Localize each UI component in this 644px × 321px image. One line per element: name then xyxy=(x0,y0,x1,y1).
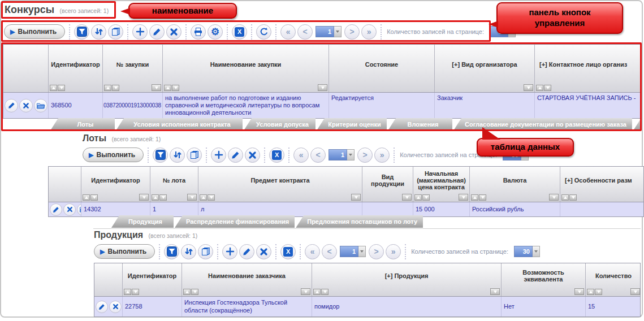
first-page-button[interactable]: « xyxy=(305,244,320,259)
excel-export-button[interactable]: X xyxy=(269,148,284,163)
col-id[interactable]: Идентификатор xyxy=(81,167,150,202)
edit-row-button[interactable] xyxy=(50,203,62,216)
sort-controls[interactable] xyxy=(471,194,486,201)
sort-controls[interactable] xyxy=(313,289,329,295)
column-menu-button[interactable] xyxy=(301,288,310,295)
excel-export-button[interactable]: X xyxy=(232,24,247,40)
col-state[interactable]: Состояние xyxy=(329,45,435,92)
tab-kriterii-ocenki[interactable]: Критерии оценки xyxy=(317,118,387,131)
open-row-button[interactable] xyxy=(34,99,47,112)
page-number-dropdown[interactable] xyxy=(347,149,355,160)
col-id[interactable]: Идентификатор xyxy=(49,45,103,92)
column-menu-button[interactable] xyxy=(630,288,640,295)
page-number-value[interactable]: 1 xyxy=(315,26,334,37)
prev-page-button[interactable]: < xyxy=(297,24,313,40)
col-max-price[interactable]: Начальная (максимальная) цена контракта xyxy=(413,167,470,202)
sort-controls[interactable] xyxy=(124,289,139,295)
col-lot-no[interactable]: № лота xyxy=(150,167,198,202)
edit-row-button[interactable] xyxy=(96,301,108,313)
first-page-button[interactable]: « xyxy=(280,24,296,40)
column-menu-button[interactable] xyxy=(549,194,559,201)
page-size-dropdown[interactable] xyxy=(533,246,540,257)
column-menu-button[interactable] xyxy=(351,194,361,201)
delete-button[interactable] xyxy=(256,244,271,259)
add-button[interactable] xyxy=(132,24,148,40)
copy-button[interactable] xyxy=(108,24,123,40)
tab-cut[interactable]: Ли xyxy=(633,118,641,131)
col-placement-features[interactable]: [+] Особенности разм xyxy=(560,167,644,202)
table-row[interactable]: 368500 0387200001913000038 на выполнение… xyxy=(3,92,640,118)
page-number-field[interactable]: 1 xyxy=(329,149,355,160)
col-customer-name[interactable]: Наименование заказчика xyxy=(182,263,312,296)
sort-controls[interactable] xyxy=(152,194,167,201)
execute-button[interactable]: ▶ Выполнить xyxy=(94,244,155,259)
copy-button[interactable] xyxy=(187,148,202,163)
sort-controls[interactable] xyxy=(104,85,119,91)
first-page-button[interactable]: « xyxy=(293,148,309,163)
column-menu-button[interactable] xyxy=(152,84,161,91)
delete-button[interactable] xyxy=(166,24,181,40)
tab-raspredelenie-finansirovaniya[interactable]: Распределение финансирования xyxy=(175,215,295,228)
sort-controls[interactable] xyxy=(561,194,577,201)
settings-button[interactable]: ⚙ xyxy=(208,24,223,40)
edit-button[interactable] xyxy=(239,244,254,259)
column-menu-button[interactable] xyxy=(459,194,468,201)
next-page-button[interactable]: > xyxy=(344,24,360,40)
delete-row-button[interactable] xyxy=(19,99,33,112)
last-page-button[interactable]: » xyxy=(386,244,401,259)
sort-controls[interactable] xyxy=(200,194,215,201)
col-purchase-name[interactable]: Наименование закупки xyxy=(163,45,329,92)
add-button[interactable] xyxy=(211,148,226,163)
execute-button[interactable]: ▶ Выполнить xyxy=(4,24,65,39)
page-number-dropdown[interactable] xyxy=(358,246,366,257)
column-menu-button[interactable] xyxy=(490,288,500,295)
col-purchase-no[interactable]: № закупки xyxy=(103,45,163,92)
edit-row-button[interactable] xyxy=(5,99,18,112)
page-size-value[interactable]: 30 xyxy=(514,246,533,257)
next-page-button[interactable]: > xyxy=(357,148,373,163)
tab-produkciya[interactable]: Продукция xyxy=(111,215,174,228)
page-size-field[interactable]: 30 xyxy=(514,246,540,257)
col-product[interactable]: [+] Продукция xyxy=(312,263,502,296)
prev-page-button[interactable]: < xyxy=(310,148,326,163)
filter-button[interactable] xyxy=(74,24,89,40)
sort-controls[interactable] xyxy=(587,289,602,295)
sort-controls[interactable] xyxy=(536,85,551,91)
table-row[interactable]: 14302 1 л 15 000 Российский рубль xyxy=(49,202,643,216)
last-page-button[interactable]: » xyxy=(361,24,377,40)
sort-button[interactable] xyxy=(181,244,196,259)
last-page-button[interactable]: » xyxy=(374,148,390,163)
print-button[interactable] xyxy=(191,24,206,40)
col-currency[interactable]: Валюта xyxy=(470,167,560,202)
sort-button[interactable] xyxy=(91,24,106,40)
tab-usloviya-dopuska[interactable]: Условия допуска xyxy=(244,118,315,131)
excel-export-button[interactable]: X xyxy=(280,244,296,259)
sort-controls[interactable] xyxy=(183,289,198,295)
column-menu-button[interactable] xyxy=(402,194,412,201)
filter-button[interactable] xyxy=(164,244,179,259)
sort-controls[interactable] xyxy=(414,194,430,201)
add-button[interactable] xyxy=(222,244,237,259)
column-menu-button[interactable] xyxy=(187,194,197,201)
col-organizer-type[interactable]: [+] Вид организатора xyxy=(435,45,535,92)
copy-button[interactable] xyxy=(198,244,213,259)
sort-controls[interactable] xyxy=(83,194,98,201)
page-number-field[interactable]: 1 xyxy=(340,246,366,257)
tab-predlozheniya-postavshchikov[interactable]: Предложения поставщиков по лоту xyxy=(296,215,423,228)
page-number-field[interactable]: 1 xyxy=(315,26,342,37)
col-product-type[interactable]: Вид продукции xyxy=(362,167,413,202)
tab-loty[interactable]: Лоты xyxy=(50,118,115,131)
sort-controls[interactable] xyxy=(164,85,179,91)
sort-controls[interactable] xyxy=(50,85,65,91)
refresh-button[interactable] xyxy=(256,24,271,40)
col-id[interactable]: Идентификатор xyxy=(123,263,182,296)
open-row-button[interactable] xyxy=(77,203,81,216)
column-menu-button[interactable] xyxy=(524,84,533,91)
tab-usloviya-ispolneniya[interactable]: Условия исполнения контракта xyxy=(116,118,243,131)
filter-button[interactable] xyxy=(153,148,168,163)
column-menu-button[interactable] xyxy=(139,194,149,201)
col-equivalent[interactable]: Возможность эквивалента xyxy=(502,263,586,296)
edit-button[interactable] xyxy=(228,148,243,163)
tab-vlozheniya[interactable]: Вложения xyxy=(388,118,452,131)
delete-button[interactable] xyxy=(245,148,260,163)
